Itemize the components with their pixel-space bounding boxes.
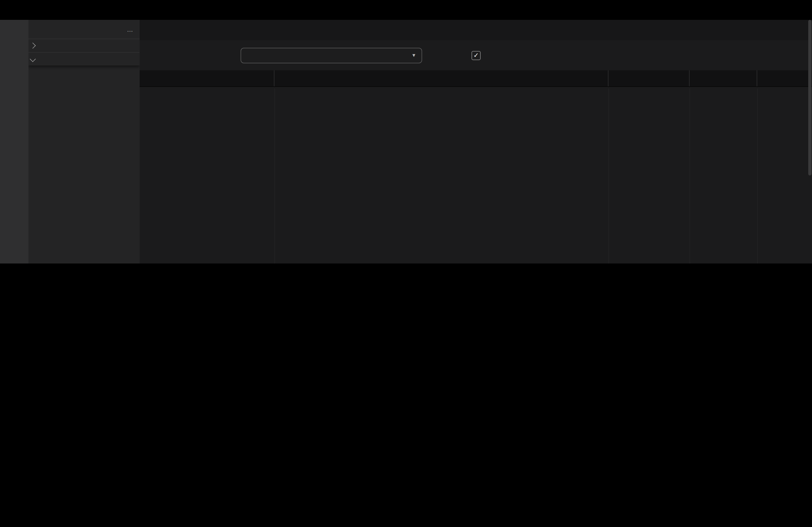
show-remote-branches-checkbox[interactable]: ✓	[472, 51, 481, 60]
chevron-down-icon	[30, 56, 36, 62]
column-header-author	[690, 70, 757, 86]
project-section-header[interactable]	[28, 52, 140, 65]
commit-graph	[140, 89, 274, 264]
column-header-description	[274, 70, 608, 86]
editor-scrollbar[interactable]	[808, 20, 811, 176]
editor-area: ▼ ✓	[140, 20, 812, 264]
explorer-sidebar: …	[28, 20, 140, 264]
git-graph-toolbar: ▼ ✓	[140, 40, 812, 70]
tab-bar	[140, 20, 812, 40]
chevron-down-icon: ▼	[411, 52, 416, 58]
column-header-commit	[757, 70, 812, 86]
column-header-graph	[140, 70, 274, 86]
title-bar	[0, 0, 812, 20]
column-header-date	[608, 70, 690, 86]
commit-table-body	[140, 89, 812, 264]
explorer-more-icon[interactable]: …	[127, 26, 133, 32]
vscode-window: … ▼ ✓	[0, 0, 812, 264]
open-editors-section[interactable]	[28, 39, 140, 52]
chevron-right-icon	[30, 43, 36, 49]
commit-table-header	[140, 70, 812, 87]
branches-dropdown[interactable]: ▼	[241, 47, 422, 63]
activity-bar	[0, 20, 28, 264]
